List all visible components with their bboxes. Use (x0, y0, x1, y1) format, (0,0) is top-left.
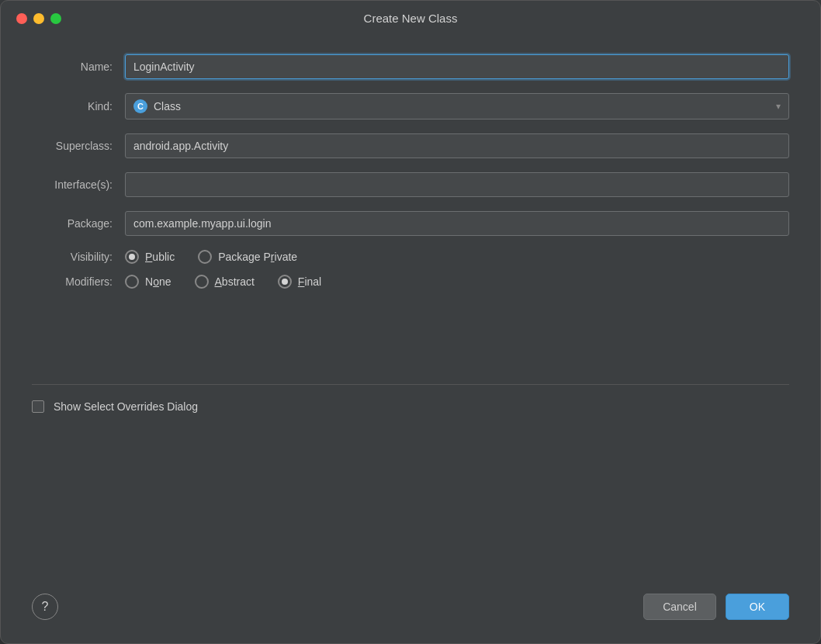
modifiers-label: Modifiers: (32, 275, 125, 288)
kind-row: Kind: C Class ▾ (32, 93, 789, 119)
kind-label: Kind: (32, 100, 125, 113)
radio-inner-dot (282, 279, 288, 285)
modifier-abstract-label: Abstract (215, 275, 255, 288)
interfaces-row: Interface(s): (32, 172, 789, 197)
modifiers-row: Modifiers: None Abstract Final (32, 275, 789, 289)
show-overrides-checkbox[interactable] (32, 400, 44, 413)
radio-inner-dot (129, 254, 135, 260)
modifier-none-label: None (145, 275, 171, 288)
package-label: Package: (32, 217, 125, 230)
superclass-input[interactable] (125, 133, 789, 158)
minimize-button[interactable] (33, 13, 44, 24)
visibility-label: Visibility: (32, 251, 125, 263)
interfaces-label: Interface(s): (32, 178, 125, 191)
ok-button[interactable]: OK (726, 594, 789, 620)
show-overrides-label: Show Select Overrides Dialog (54, 400, 198, 413)
title-bar: Create New Class (1, 1, 820, 36)
dialog-content: Name: Kind: C Class ▾ Superclass: Interf… (1, 36, 820, 578)
superclass-label: Superclass: (32, 140, 125, 152)
visibility-row: Visibility: Public Package Private (32, 250, 789, 264)
name-label: Name: (32, 61, 125, 73)
chevron-down-icon: ▾ (776, 101, 781, 112)
kind-class-icon: C (133, 99, 147, 113)
cancel-button[interactable]: Cancel (643, 594, 716, 620)
modifier-abstract-option[interactable]: Abstract (195, 275, 255, 289)
close-button[interactable] (16, 13, 27, 24)
modifier-final-radio[interactable] (278, 275, 292, 289)
modifiers-radio-group: None Abstract Final (125, 275, 321, 289)
create-new-class-dialog: Create New Class Name: Kind: C Class ▾ S… (0, 0, 821, 644)
name-row: Name: (32, 54, 789, 79)
superclass-row: Superclass: (32, 133, 789, 158)
modifier-abstract-radio[interactable] (195, 275, 209, 289)
dialog-footer: ? Cancel OK (1, 578, 820, 643)
footer-buttons: Cancel OK (643, 594, 789, 620)
visibility-public-label: Public (145, 251, 175, 263)
visibility-public-radio[interactable] (125, 250, 139, 264)
name-input[interactable] (125, 54, 789, 79)
package-row: Package: (32, 211, 789, 236)
dialog-title: Create New Class (364, 12, 458, 25)
kind-select[interactable]: C Class ▾ (125, 93, 789, 119)
interfaces-input[interactable] (125, 172, 789, 197)
show-overrides-row: Show Select Overrides Dialog (32, 400, 789, 413)
visibility-package-private-option[interactable]: Package Private (198, 250, 297, 264)
window-controls (16, 13, 61, 24)
package-input[interactable] (125, 211, 789, 236)
visibility-public-option[interactable]: Public (125, 250, 175, 264)
maximize-button[interactable] (50, 13, 61, 24)
modifier-final-option[interactable]: Final (278, 275, 321, 289)
visibility-package-private-label: Package Private (218, 251, 297, 263)
help-button[interactable]: ? (32, 594, 58, 620)
modifier-none-option[interactable]: None (125, 275, 171, 289)
modifier-none-radio[interactable] (125, 275, 139, 289)
visibility-radio-group: Public Package Private (125, 250, 297, 264)
kind-value-text: Class (154, 100, 181, 113)
modifier-final-label: Final (298, 275, 321, 288)
divider (32, 384, 789, 385)
visibility-package-private-radio[interactable] (198, 250, 212, 264)
